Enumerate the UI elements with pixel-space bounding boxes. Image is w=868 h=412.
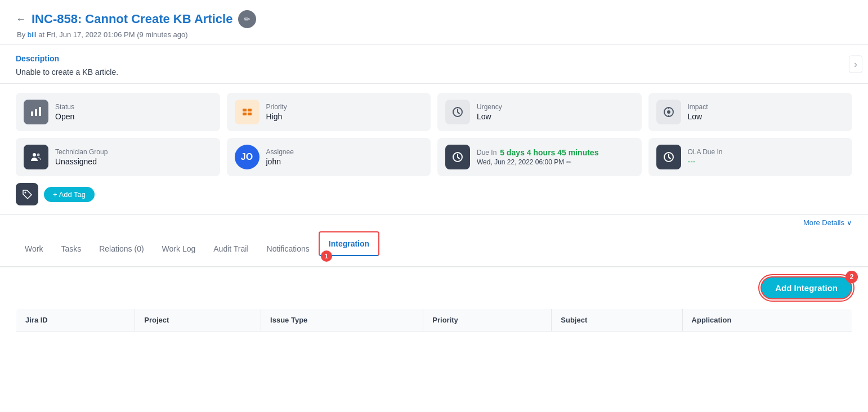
status-label: Status [55,103,74,111]
table-empty-row [16,332,852,354]
fields-row-2: Technician Group Unassigned JO Assignee … [16,138,852,176]
integration-table: Jira ID Project Issue Type Priority Subj… [16,308,852,354]
ola-icon [656,145,681,169]
status-icon [24,100,48,124]
impact-label: Impact [688,103,708,111]
table-header-row: Jira ID Project Issue Type Priority Subj… [16,309,852,332]
back-button[interactable]: ← [16,14,26,25]
tag-icon [16,183,38,205]
expand-button[interactable]: › [849,56,862,73]
due-in-icon [445,145,470,169]
priority-value: High [266,112,287,121]
technician-group-info: Technician Group Unassigned [55,148,108,166]
field-technician-group[interactable]: Technician Group Unassigned [16,138,220,176]
description-section: Description Unable to create a KB articl… [0,45,868,84]
description-label: Description [16,54,852,63]
svg-rect-2 [39,107,41,116]
svg-point-22 [25,192,26,194]
tags-row: + Add Tag [16,183,852,205]
tab-relations[interactable]: Relations (0) [90,238,153,261]
assignee-value: john [266,157,294,166]
integration-tab-badge: 1 [321,250,332,262]
ola-value: --- [688,157,723,166]
edit-button[interactable]: ✏ [238,10,256,28]
field-impact[interactable]: Impact Low [648,93,853,131]
col-issue-type: Issue Type [261,309,423,332]
add-integration-button[interactable]: Add Integration [760,276,852,299]
tab-worklog[interactable]: Work Log [153,238,205,261]
impact-value: Low [688,112,708,121]
tab-integration-wrapper: Integration 1 [319,231,379,266]
integration-section: Add Integration 2 Jira ID Project Issue … [0,267,868,363]
header-subtitle: By bill at Fri, Jun 17, 2022 01:06 PM (9… [17,30,852,39]
add-integration-badge: 2 [845,271,858,283]
add-integration-wrapper: Add Integration 2 [760,276,852,299]
more-details-label: More Details [803,218,844,227]
technician-group-icon [24,145,48,169]
integration-toolbar: Add Integration 2 [16,276,852,299]
col-jira-id: Jira ID [16,309,135,332]
ola-label: OLA Due In [688,148,723,156]
impact-info: Impact Low [688,103,708,121]
incident-title: INC-858: Cannot Create KB Article [32,12,232,26]
technician-group-value: Unassigned [55,157,108,166]
add-tag-button[interactable]: + Add Tag [44,187,95,202]
urgency-value: Low [477,112,502,121]
priority-label: Priority [266,103,287,111]
fields-section: Status Open Priority High [0,84,868,215]
ola-info: OLA Due In --- [688,148,723,166]
due-in-label: Due In [477,149,496,156]
description-text: Unable to create a KB article. [16,68,852,77]
svg-point-14 [33,153,36,156]
svg-line-9 [458,112,459,114]
svg-rect-1 [35,109,37,116]
svg-rect-5 [243,113,247,115]
header-user-link[interactable]: bill [28,30,37,39]
due-in-time: 5 days 4 hours 45 minutes [500,148,598,157]
svg-rect-3 [243,109,247,111]
field-due-in[interactable]: Due In 5 days 4 hours 45 minutes Wed, Ju… [437,138,642,176]
header: ← INC-858: Cannot Create KB Article ✏ By… [0,0,868,45]
technician-group-label: Technician Group [55,148,108,156]
more-details-row: More Details ∨ [0,215,868,227]
urgency-icon [445,100,470,124]
tabs-bar: Work Tasks Relations (0) Work Log Audit … [0,231,868,267]
field-priority[interactable]: Priority High [227,93,431,131]
due-in-date: Wed, Jun 22, 2022 06:00 PM ✏ [477,158,598,166]
chevron-down-icon: ∨ [847,218,852,227]
due-in-info: Due In 5 days 4 hours 45 minutes Wed, Ju… [477,148,598,166]
field-urgency[interactable]: Urgency Low [437,93,642,131]
impact-icon [656,100,681,124]
svg-line-21 [669,157,670,159]
assignee-icon: JO [235,145,259,169]
col-priority: Priority [423,309,552,332]
tab-work[interactable]: Work [16,238,52,261]
priority-info: Priority High [266,103,287,121]
col-subject: Subject [552,309,682,332]
assignee-label: Assignee [266,148,294,156]
fields-row-1: Status Open Priority High [16,93,852,131]
svg-rect-6 [248,113,252,115]
tab-notifications[interactable]: Notifications [258,238,319,261]
col-project: Project [135,309,261,332]
status-value: Open [55,112,74,121]
field-ola-due[interactable]: OLA Due In --- [648,138,853,176]
status-info: Status Open [55,103,74,121]
edit-icon: ✏ [244,15,250,24]
svg-rect-4 [248,109,252,111]
urgency-label: Urgency [477,103,502,111]
priority-icon [235,100,259,124]
field-status[interactable]: Status Open [16,93,220,131]
field-assignee[interactable]: JO Assignee john [227,138,431,176]
more-details-link[interactable]: More Details ∨ [803,218,852,227]
col-application: Application [682,309,852,332]
urgency-info: Urgency Low [477,103,502,121]
tab-tasks[interactable]: Tasks [52,238,90,261]
svg-point-15 [37,154,40,156]
svg-point-11 [667,110,670,114]
assignee-info: Assignee john [266,148,294,166]
svg-line-18 [458,157,459,159]
svg-rect-0 [31,111,33,116]
tab-audittrail[interactable]: Audit Trail [204,238,257,261]
due-edit-icon[interactable]: ✏ [566,159,571,166]
